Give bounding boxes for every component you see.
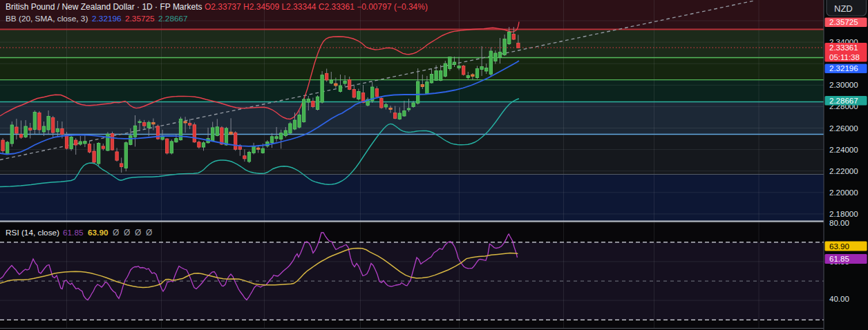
- svg-text:British Pound / New Zealand Do: British Pound / New Zealand Dollar · 1D …: [6, 2, 202, 12]
- svg-text:2.20000: 2.20000: [829, 188, 858, 197]
- svg-text:80.00: 80.00: [829, 219, 849, 227]
- svg-text:2.26000: 2.26000: [829, 124, 858, 133]
- svg-text:2.32196: 2.32196: [92, 14, 122, 23]
- svg-text:2.35725: 2.35725: [125, 14, 155, 23]
- svg-text:05:11:38: 05:11:38: [829, 53, 860, 61]
- svg-text:2.18000: 2.18000: [829, 210, 858, 218]
- svg-text:2.30000: 2.30000: [829, 81, 858, 89]
- svg-text:63.90: 63.90: [88, 228, 108, 237]
- svg-text:61.85: 61.85: [63, 228, 84, 237]
- svg-text:RSI (14, close): RSI (14, close): [6, 228, 59, 237]
- svg-text:Ø Ø Ø Ø: Ø Ø Ø Ø: [113, 228, 152, 237]
- svg-text:2.24000: 2.24000: [829, 146, 858, 154]
- svg-text:BB (20, SMA, close, 3): BB (20, SMA, close, 3): [6, 14, 88, 23]
- svg-text:2.33361: 2.33361: [829, 43, 858, 52]
- svg-text:63.90: 63.90: [829, 242, 849, 251]
- svg-text:2.32196: 2.32196: [829, 64, 858, 72]
- svg-text:61.85: 61.85: [829, 255, 849, 263]
- svg-text:2.35725: 2.35725: [829, 18, 858, 26]
- svg-text:2.28667: 2.28667: [829, 97, 858, 105]
- svg-text:NZD: NZD: [834, 3, 853, 14]
- svg-text:2.22000: 2.22000: [829, 167, 858, 175]
- svg-text:2.28667: 2.28667: [158, 14, 188, 23]
- svg-text:O2.33737 H2.34509 L2.33344 C2.: O2.33737 H2.34509 L2.33344 C2.33361 −0.0…: [205, 2, 428, 12]
- svg-text:40.00: 40.00: [829, 295, 849, 303]
